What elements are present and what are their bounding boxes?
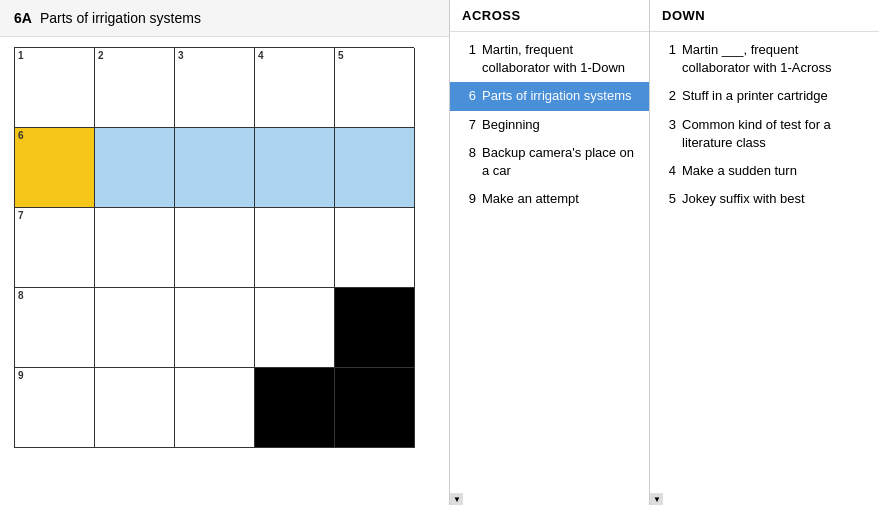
grid-cell[interactable] bbox=[175, 288, 255, 368]
cell-number-label: 1 bbox=[18, 51, 24, 61]
down-scrollbar[interactable]: ▲ ▼ bbox=[650, 493, 662, 505]
grid-cell[interactable]: 6 bbox=[15, 128, 95, 208]
clue-header: 6A Parts of irrigation systems bbox=[0, 0, 449, 37]
active-clue-number: 6A bbox=[14, 10, 32, 26]
grid-cell[interactable] bbox=[95, 368, 175, 448]
down-clue-item[interactable]: 2 Stuff in a printer cartridge bbox=[650, 82, 879, 110]
across-scrollbar[interactable]: ▲ ▼ bbox=[450, 493, 462, 505]
crossword-grid: 123456789 bbox=[14, 47, 414, 448]
clue-text: Make a sudden turn bbox=[682, 162, 869, 180]
across-clue-item[interactable]: 7 Beginning bbox=[450, 111, 649, 139]
down-clue-item[interactable]: 4 Make a sudden turn bbox=[650, 157, 879, 185]
down-scroll-down[interactable]: ▼ bbox=[651, 493, 663, 505]
grid-cell[interactable] bbox=[335, 368, 415, 448]
grid-cell[interactable]: 7 bbox=[15, 208, 95, 288]
across-clue-item[interactable]: 8 Backup camera's place on a car bbox=[450, 139, 649, 185]
clue-text: Martin ___, frequent collaborator with 1… bbox=[682, 41, 869, 77]
down-clue-item[interactable]: 3 Common kind of test for a literature c… bbox=[650, 111, 879, 157]
clue-number: 6 bbox=[460, 87, 476, 105]
grid-cell[interactable]: 9 bbox=[15, 368, 95, 448]
grid-cell[interactable] bbox=[335, 208, 415, 288]
across-clue-item[interactable]: 9 Make an attempt bbox=[450, 185, 649, 213]
left-panel: 6A Parts of irrigation systems 123456789 bbox=[0, 0, 450, 505]
grid-cell[interactable] bbox=[175, 128, 255, 208]
clue-text: Jokey suffix with best bbox=[682, 190, 869, 208]
down-clue-item[interactable]: 1 Martin ___, frequent collaborator with… bbox=[650, 36, 879, 82]
grid-cell[interactable] bbox=[335, 288, 415, 368]
grid-cell[interactable] bbox=[95, 208, 175, 288]
down-clue-item[interactable]: 5 Jokey suffix with best bbox=[650, 185, 879, 213]
clue-text: Make an attempt bbox=[482, 190, 639, 208]
clue-number: 7 bbox=[460, 116, 476, 134]
down-title: DOWN bbox=[650, 0, 879, 32]
cell-number-label: 5 bbox=[338, 51, 344, 61]
clue-text: Beginning bbox=[482, 116, 639, 134]
grid-cell[interactable]: 2 bbox=[95, 48, 175, 128]
cell-number-label: 2 bbox=[98, 51, 104, 61]
down-clues-list: 1 Martin ___, frequent collaborator with… bbox=[650, 32, 879, 493]
grid-cell[interactable]: 1 bbox=[15, 48, 95, 128]
clue-number: 2 bbox=[660, 87, 676, 105]
grid-cell[interactable] bbox=[175, 208, 255, 288]
clue-number: 8 bbox=[460, 144, 476, 180]
grid-cell[interactable] bbox=[95, 128, 175, 208]
grid-cell[interactable] bbox=[175, 368, 255, 448]
clue-number: 1 bbox=[460, 41, 476, 77]
clue-text: Backup camera's place on a car bbox=[482, 144, 639, 180]
clues-across-panel: ACROSS 1 Martin, frequent collaborator w… bbox=[450, 0, 650, 505]
across-clue-item[interactable]: 6 Parts of irrigation systems bbox=[450, 82, 649, 110]
cell-number-label: 4 bbox=[258, 51, 264, 61]
grid-cell[interactable] bbox=[95, 288, 175, 368]
grid-container: 123456789 bbox=[0, 37, 449, 505]
clue-number: 9 bbox=[460, 190, 476, 208]
across-clue-item[interactable]: 1 Martin, frequent collaborator with 1-D… bbox=[450, 36, 649, 82]
grid-cell[interactable] bbox=[335, 128, 415, 208]
clue-text: Martin, frequent collaborator with 1-Dow… bbox=[482, 41, 639, 77]
clue-number: 4 bbox=[660, 162, 676, 180]
cell-number-label: 6 bbox=[18, 131, 24, 141]
grid-cell[interactable] bbox=[255, 368, 335, 448]
across-title: ACROSS bbox=[450, 0, 649, 32]
clue-text: Stuff in a printer cartridge bbox=[682, 87, 869, 105]
clue-number: 1 bbox=[660, 41, 676, 77]
clue-text: Parts of irrigation systems bbox=[482, 87, 639, 105]
grid-cell[interactable]: 8 bbox=[15, 288, 95, 368]
active-clue-text: Parts of irrigation systems bbox=[40, 10, 201, 26]
grid-cell[interactable]: 5 bbox=[335, 48, 415, 128]
across-clues-list: 1 Martin, frequent collaborator with 1-D… bbox=[450, 32, 649, 493]
grid-cell[interactable] bbox=[255, 208, 335, 288]
grid-cell[interactable] bbox=[255, 288, 335, 368]
cell-number-label: 8 bbox=[18, 291, 24, 301]
clues-down-panel: DOWN 1 Martin ___, frequent collaborator… bbox=[650, 0, 879, 505]
clue-number: 5 bbox=[660, 190, 676, 208]
grid-cell[interactable]: 3 bbox=[175, 48, 255, 128]
grid-cell[interactable] bbox=[255, 128, 335, 208]
across-scroll-down[interactable]: ▼ bbox=[451, 493, 463, 505]
clue-number: 3 bbox=[660, 116, 676, 152]
cell-number-label: 3 bbox=[178, 51, 184, 61]
clue-text: Common kind of test for a literature cla… bbox=[682, 116, 869, 152]
cell-number-label: 7 bbox=[18, 211, 24, 221]
grid-cell[interactable]: 4 bbox=[255, 48, 335, 128]
right-panel: ACROSS 1 Martin, frequent collaborator w… bbox=[450, 0, 879, 505]
cell-number-label: 9 bbox=[18, 371, 24, 381]
